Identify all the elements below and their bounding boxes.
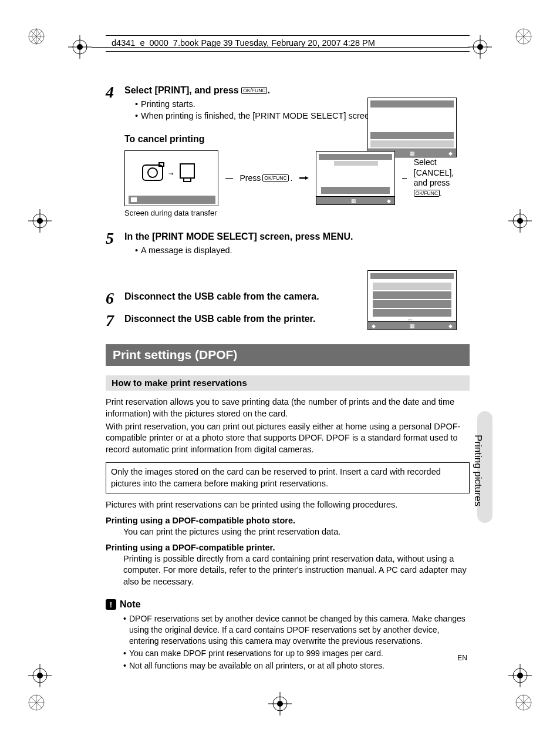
register-mark-icon xyxy=(28,209,52,233)
step5-bullet: A message is displayed. xyxy=(135,245,470,257)
proc1-heading: Printing using a DPOF-compatible photo s… xyxy=(106,516,470,525)
boxed-note: Only the images stored on the card can b… xyxy=(106,462,470,493)
press-okfunc-label: Press OK/FUNC. xyxy=(240,173,293,183)
select-cancel-label: Select [CANCEL], and press OK/FUNC. xyxy=(414,157,470,199)
leader-line xyxy=(402,178,407,179)
register-mark-icon xyxy=(268,692,292,716)
svg-rect-56 xyxy=(180,164,194,178)
step4-title-after: . xyxy=(267,85,269,95)
select-cancel-after: . xyxy=(440,189,442,198)
menu-button-label: MENU xyxy=(323,231,350,241)
svg-rect-57 xyxy=(184,178,191,182)
register-mark-icon xyxy=(508,209,532,233)
paragraph: Print reservation allows you to save pri… xyxy=(106,397,470,419)
note-heading: ! Note xyxy=(106,599,470,610)
register-mark-icon xyxy=(468,35,492,59)
step4-title: Select [PRINT], and press OK/FUNC. xyxy=(124,84,470,97)
section-heading: Print settings (DPOF) xyxy=(106,344,470,366)
svg-marker-60 xyxy=(299,176,309,180)
step5-title-after: . xyxy=(350,231,353,241)
proc2-heading: Printing using a DPOF-compatible printer… xyxy=(106,543,470,552)
svg-point-53 xyxy=(148,168,157,177)
step-number: 6 xyxy=(106,290,124,307)
svg-rect-58 xyxy=(129,196,215,204)
okfunc-button-label: OK/FUNC xyxy=(262,174,288,182)
svg-rect-54 xyxy=(159,163,164,166)
lcd-screen-illustration: ◆▦◆ xyxy=(367,98,457,157)
lcd-screen-illustration: ▽ ◆▦◆ xyxy=(367,270,457,330)
register-mark-icon xyxy=(508,664,532,687)
crop-mark-icon xyxy=(515,694,532,711)
svg-rect-59 xyxy=(131,197,137,202)
arrow-right-icon xyxy=(299,174,309,182)
crop-mark-icon xyxy=(28,28,45,45)
svg-rect-52 xyxy=(143,165,163,180)
press-after: . xyxy=(291,173,293,183)
register-mark-icon xyxy=(68,35,92,59)
proc2-body: Printing is possible directly from a car… xyxy=(123,553,470,588)
press-text: Press xyxy=(240,173,261,183)
paragraph: With print reservation, you can print ou… xyxy=(106,421,470,456)
select-cancel-text: Select [CANCEL], and press xyxy=(414,157,454,187)
crop-mark-icon xyxy=(515,28,532,45)
step5-title: In the [PRINT MODE SELECT] screen, press… xyxy=(124,230,470,243)
side-tab-label: Printing pictures xyxy=(472,435,484,506)
step5-title-text: In the [PRINT MODE SELECT] screen, press xyxy=(124,231,323,241)
crop-mark-icon xyxy=(28,694,45,711)
transfer-caption: Screen during data transfer xyxy=(124,209,470,217)
step-number: 7 xyxy=(106,313,124,329)
proc1-body: You can print the pictures using the pri… xyxy=(123,526,470,538)
note-label: Note xyxy=(120,599,141,610)
note-icon: ! xyxy=(106,599,116,610)
leader-line xyxy=(225,178,233,179)
svg-text:⇢: ⇢ xyxy=(168,170,173,177)
step-number: 5 xyxy=(106,230,124,257)
paragraph: Pictures with print reservations can be … xyxy=(106,499,470,511)
note-bullet: Not all functions may be available on al… xyxy=(123,660,470,671)
step4-title-text: Select [PRINT], and press xyxy=(124,85,241,95)
page-header: d4341_e_0000_7.book Page 39 Tuesday, Feb… xyxy=(106,35,470,52)
note-bullet: You can make DPOF print reservations for… xyxy=(123,648,470,659)
note-bullet: DPOF reservations set by another device … xyxy=(123,613,470,647)
lcd-screen-illustration: ▦◆ xyxy=(316,151,395,205)
step-number: 4 xyxy=(106,84,124,122)
sub-section-heading: How to make print reservations xyxy=(106,375,470,391)
okfunc-button-label: OK/FUNC xyxy=(414,190,440,197)
okfunc-button-label: OK/FUNC xyxy=(241,87,267,94)
register-mark-icon xyxy=(28,664,52,687)
transfer-screen-illustration: ⇢ xyxy=(124,150,218,206)
